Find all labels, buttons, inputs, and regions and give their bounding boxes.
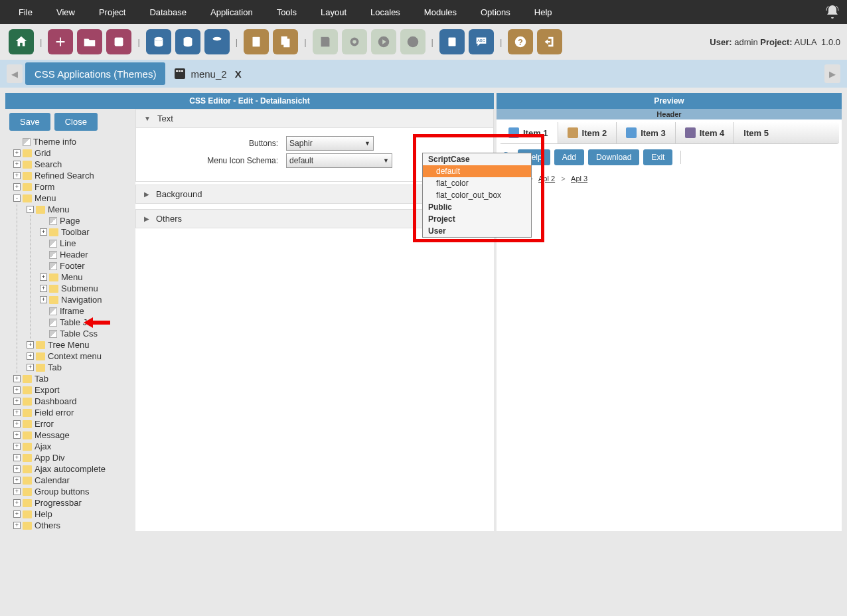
book-icon[interactable]: [439, 29, 465, 54]
tree-node[interactable]: +Search: [13, 159, 131, 170]
menu-help[interactable]: Help: [522, 0, 564, 24]
preview-tab-5[interactable]: Item 5: [734, 122, 778, 143]
menu-project[interactable]: Project: [87, 0, 137, 24]
tree-node[interactable]: +Context menu: [27, 350, 131, 362]
new-icon[interactable]: [48, 29, 73, 54]
dropdown-item[interactable]: flat_color: [423, 177, 531, 189]
preview-tab-1[interactable]: Item 1: [499, 122, 558, 143]
tree-node[interactable]: Header: [40, 249, 131, 260]
menu-database[interactable]: Database: [137, 0, 198, 24]
expand-icon[interactable]: +: [27, 352, 34, 360]
menu-tools[interactable]: Tools: [265, 0, 309, 24]
tree-node[interactable]: +Dashboard: [13, 396, 131, 407]
project-icon[interactable]: [106, 29, 131, 54]
tree-node[interactable]: +Error: [13, 418, 131, 429]
expand-icon[interactable]: +: [13, 465, 21, 473]
tree-node[interactable]: +Tab: [13, 373, 131, 384]
tree-node[interactable]: +Submenu: [40, 283, 131, 294]
expand-icon[interactable]: +: [40, 228, 47, 236]
tab-css-applications[interactable]: CSS Applications (Themes): [25, 62, 165, 85]
tree-node[interactable]: Table Css: [40, 328, 131, 339]
tree-node[interactable]: +Others: [13, 520, 131, 531]
section-text[interactable]: ▼ Text: [135, 109, 494, 128]
menu-options[interactable]: Options: [469, 0, 522, 24]
menu-view[interactable]: View: [44, 0, 87, 24]
buttons-select[interactable]: Saphir: [286, 136, 374, 151]
menu-application[interactable]: Application: [198, 0, 265, 24]
tree-node[interactable]: +Tab: [27, 362, 131, 373]
tree-node[interactable]: +Toolbar: [40, 226, 131, 238]
tabs-prev-icon[interactable]: ◀: [7, 64, 23, 83]
tree-node[interactable]: +Tree Menu: [27, 339, 131, 350]
expand-icon[interactable]: +: [27, 364, 34, 371]
tree-node[interactable]: -Menu: [13, 193, 131, 204]
db1-icon[interactable]: [146, 29, 171, 54]
tree-node[interactable]: +Menu: [40, 271, 131, 283]
expand-icon[interactable]: +: [40, 296, 47, 303]
tree-node[interactable]: Line: [40, 238, 131, 249]
menu-layout[interactable]: Layout: [309, 0, 358, 24]
tree-node[interactable]: Footer: [40, 260, 131, 271]
preview-tab-4[interactable]: Item 4: [676, 122, 735, 143]
tree-node[interactable]: Page: [40, 215, 131, 226]
expand-icon[interactable]: +: [13, 477, 21, 484]
close-button[interactable]: Close: [54, 113, 98, 131]
expand-icon[interactable]: +: [13, 431, 21, 439]
doc1-icon[interactable]: [244, 29, 269, 54]
help-icon[interactable]: ?: [508, 29, 533, 54]
expand-icon[interactable]: +: [13, 398, 21, 405]
menu-file[interactable]: File: [7, 0, 44, 24]
collapse-icon[interactable]: -: [27, 206, 34, 213]
expand-icon[interactable]: +: [13, 409, 21, 416]
preview-tab-2[interactable]: Item 2: [558, 122, 617, 143]
save-icon[interactable]: [313, 29, 338, 54]
tree-node[interactable]: -Menu: [27, 204, 131, 215]
tree-node[interactable]: +Ajax autocomplete: [13, 463, 131, 475]
expand-icon[interactable]: +: [13, 375, 21, 382]
exit-icon[interactable]: [537, 29, 562, 54]
tree-node[interactable]: +Message: [13, 429, 131, 441]
gear-icon[interactable]: [342, 29, 367, 54]
tree-node[interactable]: Iframe: [40, 305, 131, 317]
preview-download-button[interactable]: Download: [588, 149, 639, 165]
breadcrumb-link[interactable]: Apl 3: [571, 175, 587, 183]
open-icon[interactable]: [77, 29, 102, 54]
breadcrumb-link[interactable]: Apl 2: [538, 175, 555, 183]
tree-node[interactable]: +Export: [13, 384, 131, 396]
expand-icon[interactable]: +: [40, 273, 47, 281]
db2-icon[interactable]: [175, 29, 200, 54]
save-button[interactable]: Save: [9, 113, 50, 131]
menu-modules[interactable]: Modules: [412, 0, 469, 24]
schema-select[interactable]: default: [286, 153, 392, 168]
preview-tab-3[interactable]: Item 3: [617, 122, 676, 143]
expand-icon[interactable]: +: [13, 386, 21, 394]
expand-icon[interactable]: +: [40, 285, 47, 292]
tabs-next-icon[interactable]: ▶: [824, 64, 840, 83]
collapse-icon[interactable]: -: [13, 194, 21, 202]
close-icon[interactable]: X: [235, 68, 242, 80]
dropdown-item[interactable]: flat_color_out_box: [423, 189, 531, 201]
expand-icon[interactable]: +: [13, 443, 21, 450]
expand-icon[interactable]: +: [13, 454, 21, 461]
tree-node[interactable]: +Refined Search: [13, 170, 131, 181]
expand-icon[interactable]: +: [13, 510, 21, 518]
tree-node[interactable]: +Group buttons: [13, 486, 131, 497]
tree-node[interactable]: +Form: [13, 181, 131, 193]
play-icon[interactable]: [371, 29, 396, 54]
tree-node[interactable]: +Help: [13, 508, 131, 520]
notifications-icon[interactable]: [824, 4, 840, 20]
expand-icon[interactable]: +: [13, 420, 21, 427]
preview-exit-button[interactable]: Exit: [643, 149, 672, 165]
expand-icon[interactable]: +: [13, 172, 21, 179]
expand-icon[interactable]: +: [27, 341, 34, 348]
doc2-icon[interactable]: [273, 29, 298, 54]
expand-icon[interactable]: +: [13, 149, 21, 157]
menu-locales[interactable]: Locales: [358, 0, 412, 24]
expand-icon[interactable]: +: [13, 499, 21, 506]
tree-node[interactable]: +Calendar: [13, 475, 131, 486]
tree-node[interactable]: Theme info: [13, 136, 131, 147]
chat-icon[interactable]: ABC: [469, 29, 494, 54]
tree-node[interactable]: +Ajax: [13, 441, 131, 452]
tree-node[interactable]: +Progressbar: [13, 497, 131, 508]
tree-node[interactable]: +App Div: [13, 452, 131, 463]
